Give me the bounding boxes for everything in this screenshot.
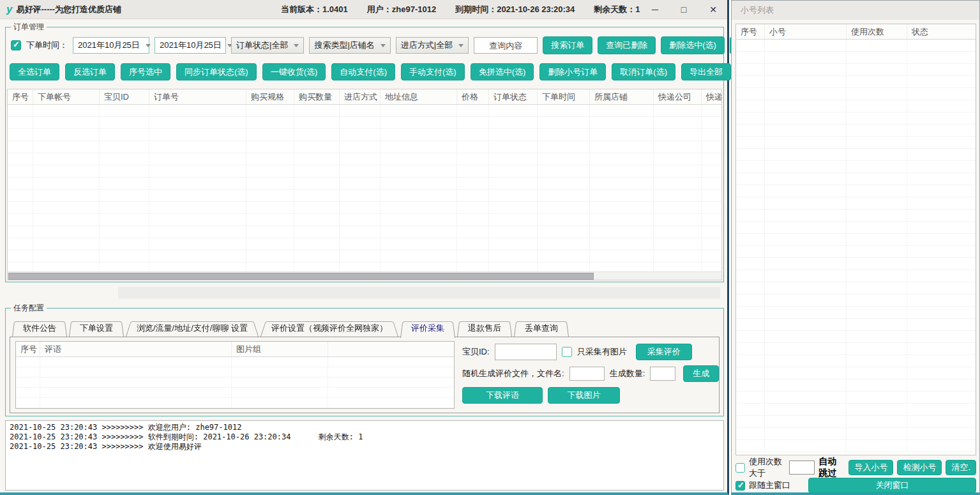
alt-accounts-table: 序号 小号 使用次数 状态 xyxy=(735,24,976,455)
item-id-input[interactable] xyxy=(495,344,557,360)
col-usage-count: 使用次数 xyxy=(847,24,907,39)
one-click-receive-button[interactable]: 一键收货(选) xyxy=(262,63,326,80)
close-button[interactable]: ✕ xyxy=(709,5,717,14)
col-alt-account: 小号 xyxy=(765,24,847,39)
orders-table-body xyxy=(8,105,721,275)
table-row xyxy=(736,282,976,294)
table-row xyxy=(736,379,976,392)
col-review-index: 序号 xyxy=(16,342,40,356)
table-row xyxy=(736,76,976,88)
table-row xyxy=(736,319,976,331)
tab-review-settings[interactable]: 评价设置（视频评价全网独家） xyxy=(260,320,398,337)
table-row xyxy=(736,173,976,185)
user-label: 用户：zhe97-1012 xyxy=(367,4,436,15)
table-row xyxy=(736,88,976,100)
table-row xyxy=(736,440,976,452)
invert-selection-button[interactable]: 反选订单 xyxy=(65,63,115,80)
table-row xyxy=(8,250,721,263)
table-row xyxy=(736,343,976,355)
side-window-title: 小号列表 xyxy=(741,4,774,16)
query-input[interactable] xyxy=(474,37,538,54)
table-row xyxy=(16,388,454,398)
cancel-orders-button[interactable]: 取消订单(选) xyxy=(612,63,675,80)
sync-order-status-button[interactable]: 同步订单状态(选) xyxy=(176,63,257,80)
check-accounts-button[interactable]: 检测小号 xyxy=(897,460,942,475)
tab-software-notice[interactable]: 软件公告 xyxy=(12,320,67,337)
alt-accounts-window: 小号列表 序号 小号 使用次数 状态 xyxy=(731,0,980,495)
download-comments-button[interactable]: 下载评语 xyxy=(462,387,543,404)
usage-filter-label: 使用次数大于 xyxy=(749,456,785,479)
order-status-select[interactable]: 订单状态|全部 xyxy=(231,37,304,54)
version-label: 当前版本：1.0401 xyxy=(281,4,348,15)
table-row xyxy=(8,190,721,202)
orders-table-header: 序号 下单帐号 宝贝ID 订单号 购买规格 购买数量 进店方式 地址信息 价格 … xyxy=(8,89,721,105)
col-order-no: 订单号 xyxy=(149,89,246,104)
minimize-button[interactable]: ─ xyxy=(652,5,658,14)
log-line: 2021-10-25 23:20:43 >>>>>>>>> 软件到期时间: 20… xyxy=(10,432,720,442)
query-deleted-button[interactable]: 查询已删除 xyxy=(598,36,656,54)
task-config-section: 任务配置 软件公告 下单设置 浏览/流量/地址/支付/聊聊 设置 评价设置（视频… xyxy=(5,308,724,416)
usage-filter-checkbox[interactable] xyxy=(735,463,745,473)
clear-accounts-button[interactable]: 清空. xyxy=(946,460,976,475)
expire-label: 到期时间：2021-10-26 23:20:34 xyxy=(455,4,575,15)
search-type-select[interactable]: 搜索类型|店铺名 xyxy=(309,37,390,54)
manual-pay-button[interactable]: 手动支付(选) xyxy=(401,63,465,80)
follow-main-checkbox[interactable] xyxy=(735,481,745,491)
tab-lost-order-query[interactable]: 丢单查询 xyxy=(514,320,569,337)
table-row xyxy=(736,222,976,234)
table-row xyxy=(736,161,976,173)
usage-threshold-input[interactable] xyxy=(789,461,815,475)
generate-button[interactable]: 生成 xyxy=(683,365,719,382)
date-from-select[interactable]: 2021年10月25日 xyxy=(73,37,149,54)
date-to-select[interactable]: 2021年10月25日 xyxy=(155,37,226,54)
col-address: 地址信息 xyxy=(381,89,457,104)
import-accounts-button[interactable]: 导入小号 xyxy=(848,460,893,475)
collect-reviews-button[interactable]: 采集评价 xyxy=(636,344,692,360)
orders-table: 序号 下单帐号 宝贝ID 订单号 购买规格 购买数量 进店方式 地址信息 价格 … xyxy=(7,89,722,280)
review-table: 序号 评语 图片组 xyxy=(15,341,455,409)
delete-alt-orders-button[interactable]: 删除小号订单 xyxy=(539,63,606,80)
close-window-button[interactable]: 关闭窗口 xyxy=(808,478,976,493)
search-orders-button[interactable]: 搜索订单 xyxy=(543,36,592,54)
skip-group-buy-button[interactable]: 免拼选中(选) xyxy=(471,63,534,80)
filename-input[interactable] xyxy=(569,367,605,381)
table-row xyxy=(736,258,976,270)
alt-accounts-table-body xyxy=(736,40,976,452)
generate-count-input[interactable] xyxy=(650,367,675,381)
tab-review-collect[interactable]: 评价采集 xyxy=(400,320,455,337)
table-row xyxy=(8,117,721,129)
entry-mode-select[interactable]: 进店方式|全部 xyxy=(396,37,469,54)
horizontal-scrollbar[interactable] xyxy=(8,271,721,280)
tab-refund-aftersale[interactable]: 退款售后 xyxy=(457,320,512,337)
tab-browse-settings[interactable]: 浏览/流量/地址/支付/聊聊 设置 xyxy=(126,320,259,337)
table-row xyxy=(736,416,976,428)
col-entry-mode: 进店方式 xyxy=(340,89,381,104)
table-row xyxy=(736,331,976,343)
table-row xyxy=(16,398,454,408)
tab-order-settings[interactable]: 下单设置 xyxy=(69,320,124,337)
col-quantity: 购买数量 xyxy=(294,89,340,104)
download-images-button[interactable]: 下载图片 xyxy=(548,387,620,404)
table-row xyxy=(736,64,976,76)
generate-count-label: 生成数量: xyxy=(610,368,645,379)
export-all-button[interactable]: 导出全部 xyxy=(681,63,731,80)
col-index: 序号 xyxy=(8,89,33,104)
review-collect-panel: 序号 评语 图片组 xyxy=(10,337,720,413)
only-with-images-checkbox[interactable] xyxy=(562,347,572,357)
review-table-body xyxy=(16,357,454,408)
table-row xyxy=(736,234,976,246)
main-titlebar: y 易好评-----为您打造优质店铺 当前版本：1.0401 用户：zhe97-… xyxy=(0,0,727,19)
table-row xyxy=(8,226,721,238)
maximize-button[interactable]: □ xyxy=(681,5,686,14)
col-status: 订单状态 xyxy=(489,89,538,104)
select-all-orders-button[interactable]: 全选订单 xyxy=(10,63,59,80)
auto-pay-button[interactable]: 自动支付(选) xyxy=(331,63,395,80)
log-output: 2021-10-25 23:20:43 >>>>>>>>> 欢迎您用户: zhe… xyxy=(5,420,724,491)
horizontal-scrollbar-thumb[interactable] xyxy=(8,273,594,280)
order-section-title: 订单管理 xyxy=(11,22,47,33)
select-by-index-button[interactable]: 序号选中 xyxy=(121,63,170,80)
order-time-checkbox[interactable] xyxy=(11,40,21,50)
table-row xyxy=(736,100,976,112)
delete-selected-button[interactable]: 删除选中(选) xyxy=(661,36,725,54)
col-image-group: 图片组 xyxy=(232,342,328,356)
